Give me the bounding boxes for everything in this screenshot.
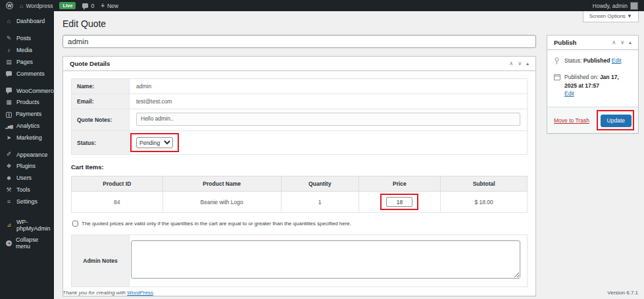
sidebar-item-analytics[interactable]: ▂▅▇ Analytics bbox=[0, 121, 54, 132]
admin-notes-table: Admin Notes bbox=[71, 234, 528, 287]
sidebar-item-settings[interactable]: ≡ Settings bbox=[0, 196, 54, 208]
move-up-icon[interactable]: ∧ bbox=[509, 61, 513, 67]
edit-published-date-link[interactable]: Edit bbox=[564, 90, 632, 98]
wordpress-link[interactable]: WordPress bbox=[127, 290, 153, 296]
sidebar-item-wp-phpmyadmin[interactable]: ⊿ WP-phpMyAdmin bbox=[0, 217, 54, 234]
comments-menu[interactable]: 0 bbox=[82, 3, 94, 9]
calendar-icon bbox=[554, 73, 561, 98]
comment-bubble-icon bbox=[82, 3, 88, 8]
sidebar-separator bbox=[0, 208, 54, 217]
sidebar-item-label: Tools bbox=[16, 187, 30, 194]
update-button[interactable]: Update bbox=[601, 115, 632, 127]
col-product-name: Product Name bbox=[162, 177, 281, 192]
sidebar-item-pages[interactable]: ▤ Pages bbox=[0, 57, 54, 68]
sidebar-item-label: Collapse menu bbox=[16, 237, 49, 250]
col-price: Price bbox=[359, 177, 441, 192]
col-product-id: Product ID bbox=[72, 177, 163, 192]
move-down-icon[interactable]: ∨ bbox=[620, 40, 624, 45]
my-account-menu[interactable]: Howdy, admin bbox=[593, 2, 638, 10]
appearance-icon: ✐ bbox=[5, 151, 12, 158]
site-name-label: Wordpress bbox=[26, 3, 53, 9]
sidebar-item-media[interactable]: ♪ Media bbox=[0, 45, 54, 57]
status-select[interactable]: Pending bbox=[136, 137, 173, 148]
cell-product-name: Beanie with Logo bbox=[162, 192, 281, 213]
quoted-prices-validity-checkbox[interactable] bbox=[72, 221, 78, 227]
sidebar-separator bbox=[0, 144, 54, 149]
move-to-trash-link[interactable]: Move to Trash bbox=[554, 117, 589, 124]
sidebar-item-label: Dashboard bbox=[16, 18, 45, 25]
sidebar-item-appearance[interactable]: ✐ Appearance bbox=[0, 149, 54, 161]
pages-icon: ▤ bbox=[5, 59, 12, 66]
sidebar-item-label: Products bbox=[16, 99, 39, 106]
phpmyadmin-icon: ⊿ bbox=[5, 223, 12, 229]
sidebar-item-label: Pages bbox=[16, 59, 33, 66]
plus-icon: + bbox=[101, 2, 105, 9]
cell-subtotal: $ 18.00 bbox=[441, 192, 528, 213]
site-name-menu[interactable]: ⌂ Wordpress bbox=[20, 3, 53, 9]
wp-logo[interactable]: W bbox=[6, 2, 13, 9]
admin-sidebar: ⌂ Dashboard ✎ Posts ♪ Media ▤ Pages Comm… bbox=[0, 11, 54, 299]
move-up-icon[interactable]: ∧ bbox=[612, 40, 616, 45]
publish-actions: Move to Trash Update bbox=[547, 107, 638, 133]
metabox-handle: ∧ ∨ ▴ bbox=[509, 61, 529, 67]
settings-icon: ≡ bbox=[5, 199, 12, 205]
col-subtotal: Subtotal bbox=[441, 177, 528, 192]
plugins-icon: ❖ bbox=[5, 163, 12, 170]
sidebar-item-plugins[interactable]: ❖ Plugins bbox=[0, 161, 54, 173]
publish-title: Publish bbox=[554, 39, 576, 46]
sidebar-item-posts[interactable]: ✎ Posts bbox=[0, 33, 54, 45]
sidebar-item-marketing[interactable]: ➤ Marketing bbox=[0, 132, 54, 144]
comment-count: 0 bbox=[91, 3, 94, 9]
quote-details-header: Quote Details ∧ ∨ ▴ bbox=[63, 57, 535, 71]
sidebar-item-label: Analytics bbox=[16, 123, 39, 130]
quote-details-title: Quote Details bbox=[70, 60, 110, 67]
toggle-panel-icon[interactable]: ▴ bbox=[526, 61, 529, 67]
quoted-prices-validity-label: The quoted prices are valid only if the … bbox=[82, 221, 351, 227]
users-icon: ☻ bbox=[5, 175, 12, 182]
quote-title-input[interactable] bbox=[62, 35, 536, 48]
publish-column: Publish ∧ ∨ ▴ Status: Published bbox=[547, 35, 639, 134]
sidebar-item-products[interactable]: ▦ Products bbox=[0, 97, 54, 109]
cell-price bbox=[359, 192, 441, 213]
sidebar-item-woocommerce[interactable]: WooCommerce bbox=[0, 85, 54, 97]
move-down-icon[interactable]: ∨ bbox=[518, 61, 522, 67]
price-input[interactable] bbox=[386, 197, 412, 207]
sidebar-item-comments[interactable]: Comments bbox=[0, 68, 54, 80]
wordpress-logo-icon: W bbox=[6, 2, 13, 9]
admin-bar: W ⌂ Wordpress Live 0 + New Howdy, admin bbox=[0, 0, 644, 11]
sidebar-item-label: Payments bbox=[16, 111, 41, 118]
table-row: Email: test@test.com bbox=[72, 94, 528, 109]
quote-details-table: Name: admin Email: test@test.com Quote N… bbox=[71, 78, 528, 155]
sidebar-item-collapse-menu[interactable]: ◄ Collapse menu bbox=[0, 234, 54, 252]
live-badge[interactable]: Live bbox=[59, 2, 76, 9]
toggle-panel-icon[interactable]: ▴ bbox=[629, 40, 632, 45]
quote-details-metabox: Quote Details ∧ ∨ ▴ Name: admin bbox=[62, 56, 536, 296]
sidebar-item-tools[interactable]: ⚒ Tools bbox=[0, 184, 54, 196]
sidebar-item-payments[interactable]: $ Payments bbox=[0, 109, 54, 121]
quoted-prices-validity-row: The quoted prices are valid only if the … bbox=[72, 221, 528, 227]
status-prefix: Status: bbox=[564, 57, 582, 64]
sidebar-item-dashboard[interactable]: ⌂ Dashboard bbox=[0, 16, 54, 28]
new-content-menu[interactable]: + New bbox=[101, 2, 118, 9]
posts-icon: ✎ bbox=[5, 36, 12, 42]
screen-options-tab[interactable]: Screen Options ▼ bbox=[583, 11, 639, 22]
sidebar-item-label: WooCommerce bbox=[16, 88, 57, 95]
sidebar-item-users[interactable]: ☻ Users bbox=[0, 173, 54, 184]
cart-header-row: Product ID Product Name Quantity Price S… bbox=[72, 177, 528, 192]
name-label: Name: bbox=[72, 79, 130, 94]
products-icon: ▦ bbox=[5, 99, 12, 106]
howdy-label: Howdy, admin bbox=[593, 3, 628, 9]
sidebar-item-label: WP-phpMyAdmin bbox=[16, 219, 50, 232]
cell-quantity: 1 bbox=[281, 192, 359, 213]
email-value: test@test.com bbox=[130, 94, 528, 109]
cell-product-id: 84 bbox=[72, 192, 163, 213]
admin-notes-textarea[interactable] bbox=[131, 240, 520, 279]
name-value: admin bbox=[130, 79, 528, 94]
cart-items-table: Product ID Product Name Quantity Price S… bbox=[71, 176, 528, 213]
quote-notes-textarea[interactable]: Hello admin.. bbox=[136, 113, 520, 126]
table-row: Status: Pending bbox=[72, 131, 528, 155]
version-label: Version 6.7.1 bbox=[607, 290, 638, 296]
edit-status-link[interactable]: Edit bbox=[612, 57, 622, 64]
editor-column: Quote Details ∧ ∨ ▴ Name: admin bbox=[62, 35, 536, 296]
email-label: Email: bbox=[72, 94, 130, 109]
